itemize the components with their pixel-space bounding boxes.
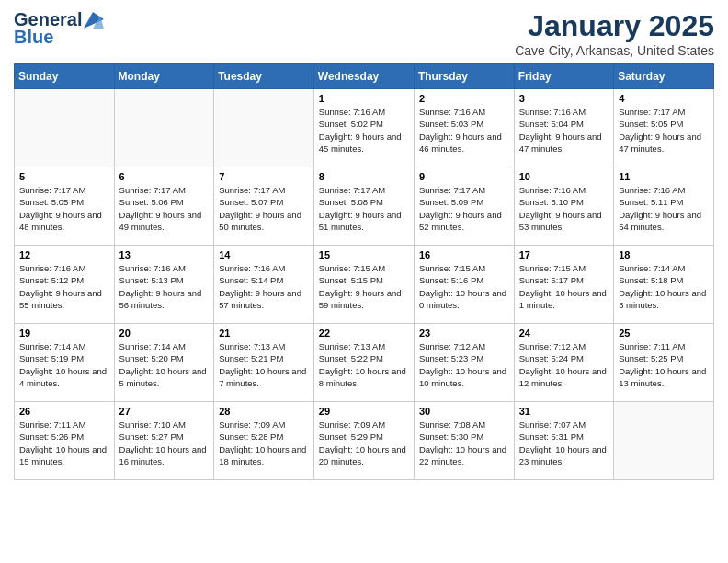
- calendar-cell: 28Sunrise: 7:09 AM Sunset: 5:28 PM Dayli…: [214, 402, 314, 480]
- calendar-cell: 17Sunrise: 7:15 AM Sunset: 5:17 PM Dayli…: [514, 246, 613, 324]
- day-number: 27: [119, 406, 210, 417]
- week-row-1: 1Sunrise: 7:16 AM Sunset: 5:02 PM Daylig…: [15, 89, 714, 167]
- day-number: 1: [319, 93, 409, 104]
- day-number: 29: [319, 406, 409, 417]
- month-title: January 2025: [515, 9, 714, 43]
- calendar-cell: 27Sunrise: 7:10 AM Sunset: 5:27 PM Dayli…: [114, 402, 214, 480]
- day-number: 31: [519, 406, 609, 417]
- day-info: Sunrise: 7:16 AM Sunset: 5:12 PM Dayligh…: [19, 262, 109, 311]
- day-number: 3: [519, 93, 609, 104]
- day-number: 16: [419, 249, 509, 260]
- day-number: 22: [319, 327, 409, 339]
- calendar-cell: [15, 89, 115, 167]
- day-number: 26: [19, 406, 109, 417]
- day-number: 6: [119, 171, 210, 182]
- day-info: Sunrise: 7:16 AM Sunset: 5:02 PM Dayligh…: [319, 106, 409, 155]
- day-number: 8: [319, 171, 409, 182]
- day-info: Sunrise: 7:16 AM Sunset: 5:13 PM Dayligh…: [119, 262, 210, 311]
- day-number: 17: [519, 249, 609, 260]
- weekday-header-monday: Monday: [114, 64, 214, 89]
- day-info: Sunrise: 7:14 AM Sunset: 5:18 PM Dayligh…: [619, 262, 709, 311]
- calendar-table: SundayMondayTuesdayWednesdayThursdayFrid…: [14, 63, 714, 480]
- weekday-header-sunday: Sunday: [15, 64, 115, 89]
- day-info: Sunrise: 7:12 AM Sunset: 5:24 PM Dayligh…: [519, 340, 609, 389]
- logo-icon: [84, 12, 104, 29]
- calendar-cell: 29Sunrise: 7:09 AM Sunset: 5:29 PM Dayli…: [313, 402, 414, 480]
- day-info: Sunrise: 7:16 AM Sunset: 5:03 PM Dayligh…: [419, 106, 509, 155]
- calendar-cell: 10Sunrise: 7:16 AM Sunset: 5:10 PM Dayli…: [514, 167, 613, 246]
- day-number: 23: [419, 327, 509, 339]
- calendar-cell: 11Sunrise: 7:16 AM Sunset: 5:11 PM Dayli…: [614, 167, 714, 246]
- day-info: Sunrise: 7:17 AM Sunset: 5:05 PM Dayligh…: [619, 106, 709, 155]
- calendar-cell: 20Sunrise: 7:14 AM Sunset: 5:20 PM Dayli…: [114, 324, 214, 402]
- day-info: Sunrise: 7:17 AM Sunset: 5:06 PM Dayligh…: [119, 184, 210, 233]
- calendar-cell: 4Sunrise: 7:17 AM Sunset: 5:05 PM Daylig…: [614, 89, 714, 167]
- day-info: Sunrise: 7:13 AM Sunset: 5:21 PM Dayligh…: [219, 340, 309, 389]
- day-number: 13: [119, 249, 210, 260]
- day-info: Sunrise: 7:16 AM Sunset: 5:04 PM Dayligh…: [519, 106, 609, 155]
- day-info: Sunrise: 7:07 AM Sunset: 5:31 PM Dayligh…: [519, 419, 609, 467]
- day-info: Sunrise: 7:09 AM Sunset: 5:29 PM Dayligh…: [319, 419, 409, 467]
- week-row-5: 26Sunrise: 7:11 AM Sunset: 5:26 PM Dayli…: [15, 402, 714, 480]
- day-info: Sunrise: 7:08 AM Sunset: 5:30 PM Dayligh…: [419, 419, 509, 467]
- day-info: Sunrise: 7:17 AM Sunset: 5:08 PM Dayligh…: [319, 184, 409, 233]
- day-number: 5: [19, 171, 109, 182]
- calendar-cell: 23Sunrise: 7:12 AM Sunset: 5:23 PM Dayli…: [414, 324, 514, 402]
- day-info: Sunrise: 7:15 AM Sunset: 5:16 PM Dayligh…: [419, 262, 509, 311]
- day-number: 2: [419, 93, 509, 104]
- day-info: Sunrise: 7:17 AM Sunset: 5:05 PM Dayligh…: [19, 184, 109, 233]
- day-number: 24: [519, 327, 609, 339]
- day-info: Sunrise: 7:11 AM Sunset: 5:26 PM Dayligh…: [19, 419, 109, 467]
- calendar-cell: 15Sunrise: 7:15 AM Sunset: 5:15 PM Dayli…: [313, 246, 414, 324]
- calendar-cell: 5Sunrise: 7:17 AM Sunset: 5:05 PM Daylig…: [15, 167, 115, 246]
- day-info: Sunrise: 7:13 AM Sunset: 5:22 PM Dayligh…: [319, 340, 409, 389]
- weekday-header-row: SundayMondayTuesdayWednesdayThursdayFrid…: [15, 64, 714, 89]
- day-number: 28: [219, 406, 309, 417]
- day-info: Sunrise: 7:14 AM Sunset: 5:19 PM Dayligh…: [19, 340, 109, 389]
- location: Cave City, Arkansas, United States: [515, 43, 714, 58]
- day-number: 10: [519, 171, 609, 182]
- calendar-cell: 1Sunrise: 7:16 AM Sunset: 5:02 PM Daylig…: [313, 89, 414, 167]
- day-info: Sunrise: 7:15 AM Sunset: 5:15 PM Dayligh…: [319, 262, 409, 311]
- day-number: 4: [619, 93, 709, 104]
- day-number: 21: [219, 327, 309, 339]
- calendar-cell: [114, 89, 214, 167]
- day-info: Sunrise: 7:16 AM Sunset: 5:14 PM Dayligh…: [219, 262, 309, 311]
- page-header: General Blue January 2025 Cave City, Ark…: [14, 9, 714, 58]
- calendar-cell: [214, 89, 314, 167]
- day-number: 9: [419, 171, 509, 182]
- day-info: Sunrise: 7:09 AM Sunset: 5:28 PM Dayligh…: [219, 419, 309, 467]
- weekday-header-saturday: Saturday: [614, 64, 714, 89]
- calendar-cell: 2Sunrise: 7:16 AM Sunset: 5:03 PM Daylig…: [414, 89, 514, 167]
- weekday-header-wednesday: Wednesday: [313, 64, 414, 89]
- day-number: 20: [119, 327, 210, 339]
- calendar-cell: 22Sunrise: 7:13 AM Sunset: 5:22 PM Dayli…: [313, 324, 414, 402]
- day-info: Sunrise: 7:12 AM Sunset: 5:23 PM Dayligh…: [419, 340, 509, 389]
- day-number: 14: [219, 249, 309, 260]
- calendar-cell: 14Sunrise: 7:16 AM Sunset: 5:14 PM Dayli…: [214, 246, 314, 324]
- day-number: 15: [319, 249, 409, 260]
- day-number: 11: [619, 171, 709, 182]
- calendar-cell: 24Sunrise: 7:12 AM Sunset: 5:24 PM Dayli…: [514, 324, 613, 402]
- calendar-cell: 16Sunrise: 7:15 AM Sunset: 5:16 PM Dayli…: [414, 246, 514, 324]
- weekday-header-thursday: Thursday: [414, 64, 514, 89]
- day-info: Sunrise: 7:17 AM Sunset: 5:09 PM Dayligh…: [419, 184, 509, 233]
- title-area: January 2025 Cave City, Arkansas, United…: [515, 9, 714, 58]
- day-info: Sunrise: 7:10 AM Sunset: 5:27 PM Dayligh…: [119, 419, 210, 467]
- calendar-cell: 18Sunrise: 7:14 AM Sunset: 5:18 PM Dayli…: [614, 246, 714, 324]
- calendar-cell: 25Sunrise: 7:11 AM Sunset: 5:25 PM Dayli…: [614, 324, 714, 402]
- week-row-2: 5Sunrise: 7:17 AM Sunset: 5:05 PM Daylig…: [15, 167, 714, 246]
- calendar-cell: [614, 402, 714, 480]
- day-info: Sunrise: 7:16 AM Sunset: 5:10 PM Dayligh…: [519, 184, 609, 233]
- day-number: 19: [19, 327, 109, 339]
- calendar-cell: 7Sunrise: 7:17 AM Sunset: 5:07 PM Daylig…: [214, 167, 314, 246]
- day-info: Sunrise: 7:17 AM Sunset: 5:07 PM Dayligh…: [219, 184, 309, 233]
- day-number: 30: [419, 406, 509, 417]
- calendar-cell: 8Sunrise: 7:17 AM Sunset: 5:08 PM Daylig…: [313, 167, 414, 246]
- calendar-cell: 9Sunrise: 7:17 AM Sunset: 5:09 PM Daylig…: [414, 167, 514, 246]
- calendar-cell: 26Sunrise: 7:11 AM Sunset: 5:26 PM Dayli…: [15, 402, 115, 480]
- day-number: 18: [619, 249, 709, 260]
- calendar-cell: 21Sunrise: 7:13 AM Sunset: 5:21 PM Dayli…: [214, 324, 314, 402]
- weekday-header-friday: Friday: [514, 64, 613, 89]
- calendar-cell: 12Sunrise: 7:16 AM Sunset: 5:12 PM Dayli…: [15, 246, 115, 324]
